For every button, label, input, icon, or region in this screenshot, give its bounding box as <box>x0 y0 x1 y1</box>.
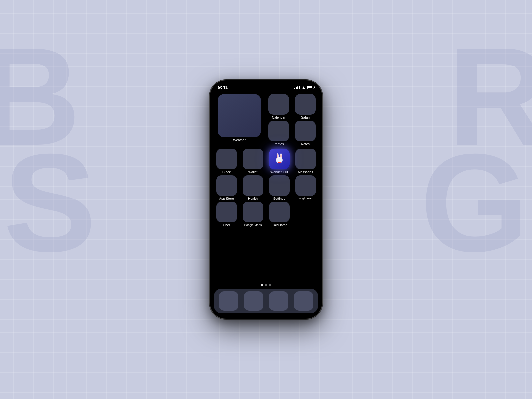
app-settings[interactable]: Settings <box>267 175 292 200</box>
wallet-label: Wallet <box>248 170 257 174</box>
app-calendar[interactable]: Calendar <box>266 94 291 119</box>
wifi-icon: ▲ <box>302 85 306 90</box>
battery-icon <box>307 86 314 89</box>
app-empty <box>293 202 318 227</box>
app-googlemaps[interactable]: Google Maps <box>240 202 265 227</box>
app-health[interactable]: Health <box>240 175 265 200</box>
page-dot-2 <box>265 284 267 286</box>
status-time: 9:41 <box>218 84 228 90</box>
appstore-icon <box>216 175 237 196</box>
uber-icon <box>216 202 237 222</box>
app-messages[interactable]: Messages <box>293 149 318 174</box>
dock-container <box>210 282 322 319</box>
svg-point-4 <box>280 154 282 158</box>
app-calculator[interactable]: Calculator <box>267 202 292 227</box>
photos-icon <box>268 121 289 141</box>
wondercut-icon <box>269 149 290 169</box>
app-row-3: Uber Google Maps Calculator <box>214 202 318 227</box>
svg-point-3 <box>277 154 278 158</box>
app-row-2: App Store Health Settings Google Earth <box>214 175 318 200</box>
dock-slot-1[interactable] <box>217 291 240 311</box>
dock-slot-2[interactable] <box>242 291 265 311</box>
svg-rect-5 <box>278 162 281 163</box>
safari-label: Safari <box>301 116 310 119</box>
clock-label: Clock <box>222 170 231 174</box>
clock-icon <box>216 149 237 169</box>
dock-icon-1 <box>219 291 238 311</box>
page-dot-3 <box>269 284 271 286</box>
status-bar: 9:41 ▲ <box>210 80 322 91</box>
googleearth-label: Google Earth <box>297 197 314 200</box>
app-wallet[interactable]: Wallet <box>240 149 265 174</box>
dock-icon-4 <box>294 291 313 311</box>
appstore-label: App Store <box>219 197 234 200</box>
calendar-icon <box>268 94 289 115</box>
app-clock[interactable]: Clock <box>214 149 239 174</box>
app-wondercut[interactable]: Wonder Cut <box>267 149 292 174</box>
phone-shell: 9:41 ▲ Weather Calend <box>209 80 323 319</box>
settings-icon <box>269 175 290 196</box>
home-screen: Weather Calendar Safari Photos Notes <box>210 91 322 282</box>
weather-label: Weather <box>233 138 246 142</box>
calendar-label: Calendar <box>272 116 286 119</box>
app-appstore[interactable]: App Store <box>214 175 239 200</box>
messages-icon <box>295 149 316 169</box>
calculator-label: Calculator <box>272 223 287 227</box>
app-row-top: Weather Calendar Safari Photos Notes <box>214 94 318 146</box>
settings-label: Settings <box>273 197 285 200</box>
health-icon <box>243 175 263 196</box>
dock <box>214 289 318 313</box>
uber-label: Uber <box>223 223 230 227</box>
status-icons: ▲ <box>294 85 314 90</box>
calculator-icon <box>269 202 290 222</box>
googlemaps-icon <box>243 202 263 222</box>
notes-icon <box>295 121 316 141</box>
photos-label: Photos <box>273 142 284 146</box>
wallet-icon <box>243 149 263 169</box>
signal-icon <box>294 86 300 89</box>
googlemaps-label: Google Maps <box>244 223 262 227</box>
googleearth-icon <box>295 175 316 196</box>
notes-label: Notes <box>301 142 310 146</box>
app-googleearth[interactable]: Google Earth <box>293 175 318 200</box>
wondercut-label: Wonder Cut <box>270 170 288 174</box>
app-safari[interactable]: Safari <box>293 94 318 119</box>
dock-slot-4[interactable] <box>292 291 315 311</box>
dock-icon-2 <box>244 291 263 311</box>
page-dot-1 <box>261 284 263 286</box>
weather-icon <box>218 94 261 137</box>
app-notes[interactable]: Notes <box>293 121 318 146</box>
safari-icon <box>295 94 316 115</box>
app-row-1: Clock Wallet <box>214 149 318 174</box>
page-indicator <box>214 284 318 286</box>
messages-label: Messages <box>298 170 313 174</box>
app-uber[interactable]: Uber <box>214 202 239 227</box>
health-label: Health <box>248 197 258 200</box>
app-weather[interactable]: Weather <box>214 94 265 146</box>
app-photos[interactable]: Photos <box>266 121 291 146</box>
dock-icon-3 <box>269 291 288 311</box>
dock-slot-3[interactable] <box>267 291 290 311</box>
